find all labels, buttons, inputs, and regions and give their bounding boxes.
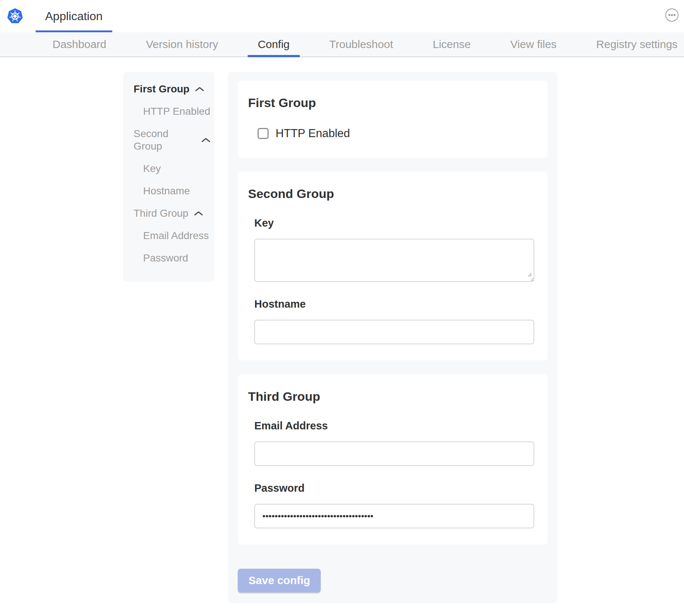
sidebar-group-second-group[interactable]: Second Group — [134, 128, 211, 153]
sidebar-item-label: HTTP Enabled — [143, 106, 210, 117]
config-group-card-first-group: First Group HTTP Enabled — [238, 81, 547, 158]
sidebar-group-first-group[interactable]: First Group — [134, 83, 211, 95]
sidebar-group-third-group[interactable]: Third Group — [134, 207, 211, 220]
sidebar-item-hostname[interactable]: Hostname — [134, 185, 211, 197]
section-tab-bar: Dashboard Version history Config Trouble… — [0, 32, 684, 57]
chevron-up-icon — [201, 137, 211, 143]
http-enabled-checkbox[interactable] — [258, 128, 269, 139]
tab-label: Version history — [146, 38, 218, 51]
email-input[interactable] — [254, 441, 534, 466]
hostname-field-label: Hostname — [254, 298, 534, 310]
more-menu-button[interactable] — [665, 8, 679, 22]
config-form-panel: First Group HTTP Enabled Second Group Ke… — [228, 72, 557, 603]
sidebar-item-key[interactable]: Key — [134, 162, 211, 175]
app-title: Application — [45, 10, 103, 23]
save-config-button[interactable]: Save config — [238, 569, 321, 592]
sidebar-group-label: Second Group — [134, 128, 196, 153]
app-title-tab[interactable]: Application — [36, 0, 112, 32]
password-input[interactable] — [254, 504, 534, 528]
http-enabled-row: HTTP Enabled — [258, 127, 534, 140]
tab-version-history[interactable]: Version history — [136, 32, 229, 56]
tab-label: Config — [258, 38, 290, 51]
group-title: First Group — [248, 95, 534, 110]
config-group-card-second-group: Second Group Key Hostname — [238, 172, 547, 360]
key-field-wrap — [254, 239, 534, 282]
sidebar-item-label: Hostname — [143, 185, 190, 197]
ellipsis-icon — [665, 18, 679, 23]
tab-label: View files — [510, 38, 557, 51]
tab-label: Registry settings — [596, 38, 678, 51]
group-title: Third Group — [248, 389, 534, 404]
kubernetes-logo-icon — [7, 8, 23, 25]
key-field-label: Key — [254, 217, 534, 229]
tab-dashboard[interactable]: Dashboard — [42, 32, 117, 56]
sidebar-item-http-enabled[interactable]: HTTP Enabled — [134, 105, 211, 118]
config-page: First Group HTTP Enabled Second Group Ke… — [0, 57, 684, 603]
group-title: Second Group — [248, 186, 534, 201]
config-group-card-third-group: Third Group Email Address Password — [238, 374, 547, 544]
tab-label: Dashboard — [52, 38, 106, 51]
tab-license[interactable]: License — [422, 32, 481, 56]
checkbox-label: HTTP Enabled — [276, 127, 350, 140]
tab-label: License — [433, 38, 470, 51]
chevron-up-icon — [195, 86, 204, 92]
tab-troubleshoot[interactable]: Troubleshoot — [319, 32, 403, 56]
sidebar-item-password[interactable]: Password — [134, 252, 211, 264]
sidebar-item-email-address[interactable]: Email Address — [134, 230, 211, 242]
tab-registry-settings[interactable]: Registry settings — [586, 32, 684, 56]
tab-view-files[interactable]: View files — [500, 32, 567, 56]
tab-label: Troubleshoot — [329, 38, 393, 51]
app-header: Application — [0, 0, 684, 32]
hostname-input[interactable] — [254, 320, 534, 344]
tab-config[interactable]: Config — [248, 32, 300, 56]
key-textarea[interactable] — [254, 239, 534, 282]
password-field-label: Password — [254, 482, 534, 494]
sidebar-group-label: Third Group — [134, 207, 188, 220]
sidebar-item-label: Key — [143, 163, 161, 174]
chevron-up-icon — [194, 210, 203, 216]
email-field-label: Email Address — [254, 420, 534, 432]
sidebar-item-label: Email Address — [143, 230, 209, 241]
sidebar-item-label: Password — [143, 252, 188, 264]
config-nav-sidebar: First Group HTTP Enabled Second Group Ke… — [123, 72, 214, 282]
sidebar-group-label: First Group — [134, 83, 189, 95]
